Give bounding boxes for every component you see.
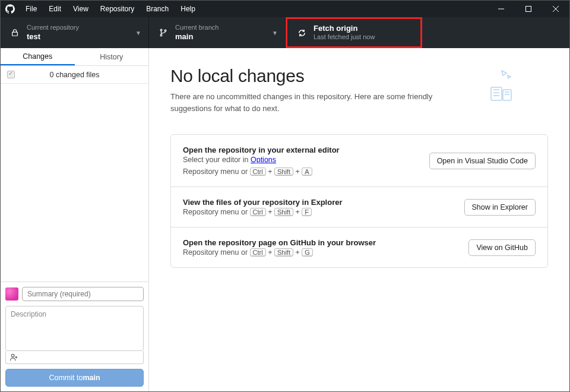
- svg-point-8: [11, 354, 14, 357]
- hero-illustration: [473, 66, 521, 114]
- svg-rect-10: [503, 90, 511, 100]
- repo-name: test: [27, 32, 79, 42]
- kbd-key: Ctrl: [250, 167, 266, 176]
- hero-title: No local changes: [170, 66, 461, 86]
- svg-point-6: [160, 34, 162, 36]
- card-action-button[interactable]: Open in Visual Studio Code: [429, 153, 536, 169]
- card-action-button[interactable]: View on GitHub: [468, 239, 536, 256]
- kbd-key: Shift: [274, 208, 293, 216]
- kbd-key: Shift: [274, 167, 293, 176]
- changed-files-count: 0 changed files: [21, 71, 148, 79]
- fetch-subtitle: Last fetched just now: [314, 33, 375, 42]
- commit-form: Description Commit to main: [1, 282, 148, 391]
- menu-edit[interactable]: Edit: [43, 1, 67, 17]
- git-branch-icon: [157, 29, 169, 37]
- toolbar: Current repository test ▼ Current branch…: [1, 17, 569, 48]
- svg-point-7: [164, 30, 166, 31]
- kbd-key: F: [302, 208, 312, 216]
- fetch-origin-button[interactable]: Fetch origin Last fetched just now: [286, 17, 422, 48]
- kbd-key: Shift: [274, 248, 293, 257]
- close-button[interactable]: [542, 1, 569, 17]
- card-shortcut: Repository menu or Ctrl + Shift + A: [183, 167, 340, 176]
- github-logo-icon: [1, 4, 20, 14]
- menu-bar: File Edit View Repository Branch Help: [20, 1, 201, 17]
- summary-input[interactable]: [22, 287, 144, 301]
- commit-button-prefix: Commit to: [49, 374, 83, 382]
- select-all-checkbox[interactable]: [1, 71, 21, 78]
- card-subtitle: Select your editor in Options: [183, 156, 340, 164]
- app-window: File Edit View Repository Branch Help Cu…: [0, 0, 570, 392]
- card-action-button[interactable]: Show in Explorer: [464, 199, 536, 216]
- lock-icon: [9, 29, 21, 37]
- menu-file[interactable]: File: [20, 1, 43, 17]
- kbd-key: G: [302, 248, 313, 257]
- suggestion-card: View the files of your repository in Exp…: [171, 186, 547, 227]
- menu-view[interactable]: View: [67, 1, 94, 17]
- suggestion-card: Open the repository in your external edi…: [171, 135, 547, 186]
- kbd-key: Ctrl: [250, 208, 266, 216]
- card-title: Open the repository page on GitHub in yo…: [183, 238, 376, 247]
- avatar: [5, 287, 18, 301]
- changes-header: 0 changed files: [1, 66, 148, 84]
- sidebar: Changes History 0 changed files Descript…: [1, 48, 149, 391]
- add-coauthor-button[interactable]: [5, 351, 144, 364]
- titlebar: File Edit View Repository Branch Help: [1, 1, 569, 17]
- branch-name: main: [175, 32, 218, 42]
- commit-button-branch: main: [83, 374, 100, 382]
- tab-history[interactable]: History: [75, 48, 149, 65]
- menu-repository[interactable]: Repository: [94, 1, 140, 17]
- suggestion-card: Open the repository page on GitHub in yo…: [171, 227, 547, 267]
- commit-button[interactable]: Commit to main: [5, 369, 144, 387]
- current-repository-dropdown[interactable]: Current repository test ▼: [1, 17, 149, 48]
- person-add-icon: [10, 353, 18, 362]
- window-controls: [487, 1, 569, 17]
- chevron-down-icon: ▼: [272, 30, 278, 36]
- svg-point-5: [160, 29, 162, 31]
- repo-label: Current repository: [27, 24, 79, 32]
- card-shortcut: Repository menu or Ctrl + Shift + F: [183, 208, 343, 216]
- maximize-button[interactable]: [515, 1, 542, 17]
- svg-rect-1: [526, 7, 531, 12]
- suggestion-cards: Open the repository in your external edi…: [170, 134, 548, 268]
- card-title: View the files of your repository in Exp…: [183, 198, 343, 207]
- menu-help[interactable]: Help: [175, 1, 201, 17]
- options-link[interactable]: Options: [251, 156, 276, 164]
- hero: No local changes There are no uncommitte…: [170, 66, 548, 114]
- svg-rect-4: [12, 32, 18, 36]
- menu-branch[interactable]: Branch: [140, 1, 175, 17]
- changes-list: [1, 84, 148, 282]
- chevron-down-icon: ▼: [135, 30, 141, 36]
- sidebar-tabs: Changes History: [1, 48, 148, 66]
- sync-icon: [296, 29, 308, 37]
- description-input[interactable]: Description: [5, 306, 144, 351]
- current-branch-dropdown[interactable]: Current branch main ▼: [149, 17, 286, 48]
- main-panel: No local changes There are no uncommitte…: [149, 48, 569, 391]
- tab-changes[interactable]: Changes: [1, 48, 75, 65]
- kbd-key: Ctrl: [250, 248, 266, 257]
- kbd-key: A: [302, 167, 312, 176]
- hero-body: There are no uncommitted changes in this…: [170, 91, 461, 114]
- body: Changes History 0 changed files Descript…: [1, 48, 569, 391]
- fetch-title: Fetch origin: [314, 24, 375, 33]
- branch-label: Current branch: [175, 24, 218, 32]
- card-shortcut: Repository menu or Ctrl + Shift + G: [183, 248, 376, 257]
- minimize-button[interactable]: [487, 1, 515, 17]
- card-title: Open the repository in your external edi…: [183, 146, 340, 154]
